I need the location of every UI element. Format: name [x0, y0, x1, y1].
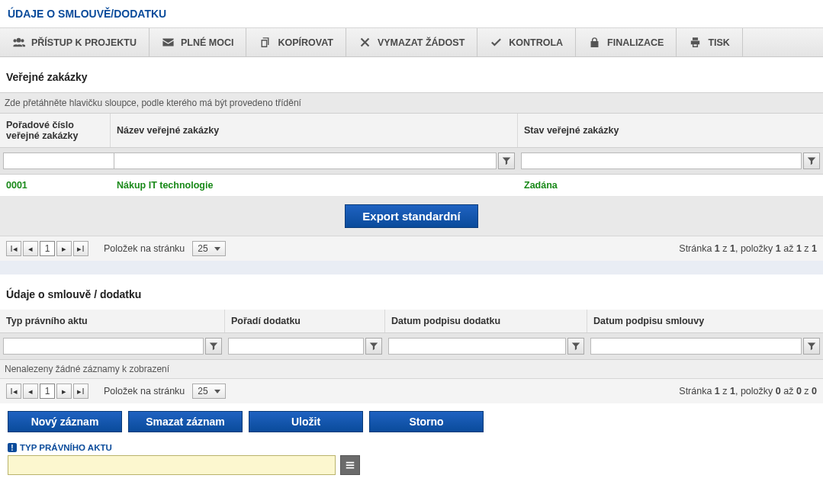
toolbar-delete[interactable]: VYMAZAT ŽÁDOST: [346, 28, 477, 56]
col-header-order[interactable]: Pořadí dodatku: [225, 310, 385, 332]
pager-summary: Stránka 1 z 1, položky 1 až 1 z 1: [679, 243, 817, 254]
cancel-button[interactable]: Storno: [369, 411, 484, 432]
cell-ord: 0001: [0, 175, 111, 196]
printer-icon: [689, 36, 702, 49]
col-header-name[interactable]: Název veřejné zakázky: [111, 114, 518, 147]
filter-signctr-input[interactable]: [590, 338, 802, 355]
filter-icon: [209, 342, 218, 351]
filter-icon: [502, 156, 511, 165]
toolbar-powers-label: PLNÉ MOCI: [181, 37, 233, 48]
pager-last-button[interactable]: ▸I: [73, 241, 88, 256]
filter-name-input[interactable]: [114, 152, 497, 169]
toolbar-print[interactable]: TISK: [677, 28, 742, 56]
cell-name: Nákup IT technologie: [111, 175, 518, 196]
chevron-down-icon: [214, 390, 220, 393]
toolbar: PŘÍSTUP K PROJEKTU PLNÉ MOCI KOPÍROVAT V…: [0, 28, 823, 57]
filter-icon: [807, 156, 816, 165]
section1-title: Veřejné zakázky: [0, 57, 823, 92]
cross-icon: [358, 36, 371, 49]
filter-type-input[interactable]: [3, 338, 204, 355]
save-button[interactable]: Uložit: [249, 411, 363, 432]
pager-items-label: Položek na stránku: [104, 243, 185, 254]
col-header-signctr[interactable]: Datum podpisu smlouvy: [587, 310, 823, 332]
filter-icon: [369, 342, 378, 351]
export-standard-button[interactable]: Export standardní: [345, 204, 477, 228]
filter-signadd-button[interactable]: [567, 338, 584, 355]
pager2-first-button[interactable]: I◂: [6, 384, 21, 399]
filter-type-button[interactable]: [205, 338, 222, 355]
lock-icon: [588, 36, 601, 49]
toolbar-delete-label: VYMAZAT ŽÁDOST: [378, 37, 465, 48]
toolbar-access-label: PŘÍSTUP K PROJEKTU: [31, 37, 137, 48]
col-header-state[interactable]: Stav veřejné zakázky: [518, 114, 823, 147]
section2-title: Údaje o smlouvě / dodatku: [0, 274, 823, 310]
no-records-message: Nenalezeny žádné záznamy k zobrazení: [0, 360, 823, 378]
required-icon: !: [8, 443, 17, 452]
toolbar-check[interactable]: KONTROLA: [477, 28, 576, 56]
page-title: ÚDAJE O SMLOUVĚ/DODATKU: [0, 0, 823, 28]
pager-prev-button[interactable]: ◂: [23, 241, 38, 256]
grid-addenda: Typ právního aktu Pořadí dodatku Datum p…: [0, 310, 823, 360]
toolbar-access[interactable]: PŘÍSTUP K PROJEKTU: [0, 28, 149, 56]
toolbar-finalize-label: FINALIZACE: [607, 37, 664, 48]
toolbar-finalize[interactable]: FINALIZACE: [576, 28, 677, 56]
pager-first-button[interactable]: I◂: [6, 241, 21, 256]
pager2-items-label: Položek na stránku: [104, 386, 185, 396]
group-by-hint[interactable]: Zde přetáhněte hlavičku sloupce, podle k…: [0, 92, 823, 114]
toolbar-print-label: TISK: [708, 37, 729, 48]
pager-1: I◂ ◂ 1 ▸ ▸I Položek na stránku 25 Stránk…: [0, 236, 823, 261]
pager2-page-number[interactable]: 1: [40, 384, 55, 399]
cell-state: Zadána: [518, 175, 823, 196]
filter-icon: [571, 342, 580, 351]
pager2-pagesize-select[interactable]: 25: [192, 384, 225, 399]
people-icon: [12, 36, 25, 49]
filter-order-input[interactable]: [228, 338, 364, 355]
copy-icon: [259, 36, 272, 49]
form-area: ! TYP PRÁVNÍHO AKTU: [0, 443, 823, 504]
pager-next-button[interactable]: ▸: [56, 241, 72, 256]
toolbar-check-label: KONTROLA: [509, 37, 563, 48]
toolbar-powers[interactable]: PLNÉ MOCI: [149, 28, 246, 56]
filter-state-input[interactable]: [521, 152, 802, 169]
field-label-type-text: TYP PRÁVNÍHO AKTU: [20, 443, 112, 452]
filter-name-button[interactable]: [498, 152, 515, 169]
type-picker-button[interactable]: [340, 455, 360, 475]
new-record-button[interactable]: Nový záznam: [8, 411, 122, 432]
filter-state-button[interactable]: [803, 152, 820, 169]
envelope-icon: [162, 36, 175, 49]
list-icon: [345, 460, 355, 470]
delete-record-button[interactable]: Smazat záznam: [128, 411, 243, 432]
filter-order-button[interactable]: [365, 338, 382, 355]
pager-pagesize-value: 25: [198, 243, 207, 254]
check-icon: [490, 36, 503, 49]
chevron-down-icon: [214, 247, 220, 251]
pager2-prev-button[interactable]: ◂: [23, 384, 38, 399]
grid-contracts: Pořadové číslo veřejné zakázky Název veř…: [0, 114, 823, 197]
filter-ord-input[interactable]: [3, 152, 125, 169]
toolbar-copy-label: KOPÍROVAT: [278, 37, 333, 48]
pager-pagesize-select[interactable]: 25: [192, 241, 225, 256]
col-header-type[interactable]: Typ právního aktu: [0, 310, 225, 332]
pager-2: I◂ ◂ 1 ▸ ▸I Položek na stránku 25 Stránk…: [0, 378, 823, 403]
toolbar-copy[interactable]: KOPÍROVAT: [246, 28, 346, 56]
col-header-signadd[interactable]: Datum podpisu dodatku: [385, 310, 587, 332]
pager2-last-button[interactable]: ▸I: [73, 384, 88, 399]
field-label-type: ! TYP PRÁVNÍHO AKTU: [8, 443, 815, 452]
pager2-pagesize-value: 25: [198, 386, 207, 396]
filter-signadd-input[interactable]: [388, 338, 566, 355]
col-header-ord[interactable]: Pořadové číslo veřejné zakázky: [0, 114, 111, 147]
filter-icon: [807, 342, 816, 351]
action-bar: Nový záznam Smazat záznam Uložit Storno: [0, 403, 823, 443]
pager2-summary: Stránka 1 z 1, položky 0 až 0 z 0: [679, 386, 817, 396]
pager2-next-button[interactable]: ▸: [56, 384, 72, 399]
type-field[interactable]: [8, 455, 336, 475]
filter-signctr-button[interactable]: [803, 338, 820, 355]
table-row[interactable]: 0001 Nákup IT technologie Zadána: [0, 175, 823, 197]
pager-page-number[interactable]: 1: [40, 241, 55, 256]
